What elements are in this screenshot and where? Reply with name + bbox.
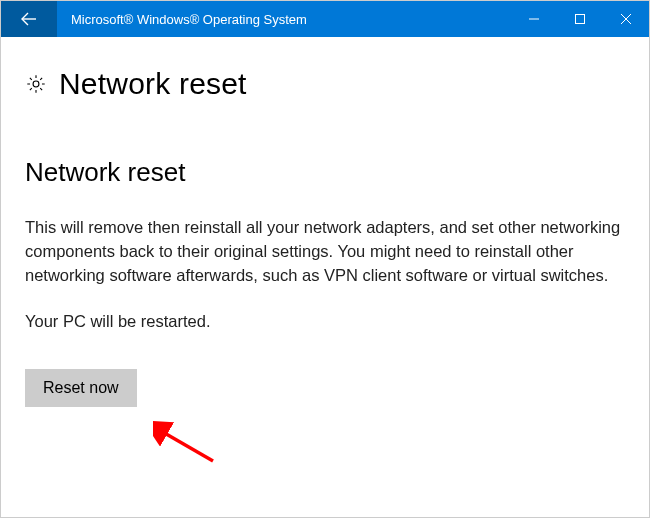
page-header: Network reset (25, 67, 625, 101)
svg-line-7 (161, 431, 213, 461)
minimize-icon (529, 14, 539, 24)
section-title: Network reset (25, 157, 625, 188)
close-icon (621, 14, 631, 24)
close-button[interactable] (603, 1, 649, 37)
window-titlebar: Microsoft® Windows® Operating System (1, 1, 649, 37)
svg-point-5 (33, 81, 39, 87)
arrow-left-icon (19, 9, 39, 29)
page-title: Network reset (59, 67, 247, 101)
restart-note: Your PC will be restarted. (25, 312, 625, 331)
content-area: Network reset Network reset This will re… (1, 37, 649, 431)
svg-rect-2 (576, 15, 585, 24)
minimize-button[interactable] (511, 1, 557, 37)
maximize-button[interactable] (557, 1, 603, 37)
maximize-icon (575, 14, 585, 24)
window-title: Microsoft® Windows® Operating System (57, 12, 511, 27)
description-text: This will remove then reinstall all your… (25, 216, 625, 288)
reset-now-button[interactable]: Reset now (25, 369, 137, 407)
gear-icon (25, 73, 47, 95)
back-button[interactable] (1, 1, 57, 37)
